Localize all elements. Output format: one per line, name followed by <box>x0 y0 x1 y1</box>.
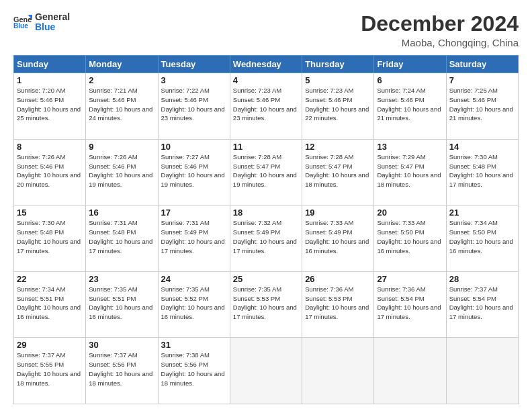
day-info: Sunrise: 7:37 AMSunset: 5:55 PMDaylight:… <box>17 351 83 387</box>
day-number: 28 <box>449 274 515 284</box>
calendar-cell: 28Sunrise: 7:37 AMSunset: 5:54 PMDayligh… <box>446 271 518 338</box>
day-info: Sunrise: 7:24 AMSunset: 5:46 PMDaylight:… <box>377 86 443 123</box>
calendar-cell: 14Sunrise: 7:30 AMSunset: 5:48 PMDayligh… <box>446 139 518 205</box>
day-number: 11 <box>233 142 299 152</box>
weekday-header-row: SundayMondayTuesdayWednesdayThursdayFrid… <box>14 56 519 73</box>
day-number: 3 <box>161 75 227 85</box>
weekday-thursday: Thursday <box>302 56 374 73</box>
day-number: 25 <box>233 274 299 284</box>
month-title: December 2024 <box>361 12 519 36</box>
day-number: 2 <box>89 75 154 85</box>
day-number: 6 <box>377 75 443 85</box>
calendar-cell: 3Sunrise: 7:22 AMSunset: 5:46 PMDaylight… <box>158 73 230 140</box>
day-info: Sunrise: 7:27 AMSunset: 5:46 PMDaylight:… <box>161 152 227 189</box>
calendar-cell: 15Sunrise: 7:30 AMSunset: 5:48 PMDayligh… <box>14 205 86 272</box>
calendar-cell: 24Sunrise: 7:35 AMSunset: 5:52 PMDayligh… <box>158 271 230 338</box>
day-info: Sunrise: 7:37 AMSunset: 5:54 PMDaylight:… <box>449 285 515 322</box>
day-info: Sunrise: 7:33 AMSunset: 5:50 PMDaylight:… <box>377 218 443 255</box>
calendar-cell: 27Sunrise: 7:36 AMSunset: 5:54 PMDayligh… <box>374 271 446 338</box>
calendar-cell: 17Sunrise: 7:31 AMSunset: 5:49 PMDayligh… <box>158 205 230 272</box>
day-info: Sunrise: 7:23 AMSunset: 5:46 PMDaylight:… <box>233 86 299 123</box>
week-row-4: 22Sunrise: 7:34 AMSunset: 5:51 PMDayligh… <box>14 271 519 338</box>
calendar-cell: 25Sunrise: 7:35 AMSunset: 5:53 PMDayligh… <box>230 271 302 338</box>
day-number: 23 <box>89 274 154 284</box>
calendar-cell <box>230 338 302 404</box>
day-info: Sunrise: 7:28 AMSunset: 5:47 PMDaylight:… <box>233 152 299 189</box>
day-number: 30 <box>89 340 154 350</box>
day-info: Sunrise: 7:36 AMSunset: 5:53 PMDaylight:… <box>305 285 371 322</box>
title-block: December 2024 Maoba, Chongqing, China <box>361 12 519 48</box>
calendar-cell: 11Sunrise: 7:28 AMSunset: 5:47 PMDayligh… <box>230 139 302 205</box>
svg-text:Blue: Blue <box>13 23 28 30</box>
day-number: 7 <box>449 75 515 85</box>
day-number: 26 <box>305 274 371 284</box>
day-info: Sunrise: 7:35 AMSunset: 5:52 PMDaylight:… <box>161 285 227 322</box>
day-number: 17 <box>161 208 227 218</box>
day-info: Sunrise: 7:25 AMSunset: 5:46 PMDaylight:… <box>449 86 515 123</box>
day-info: Sunrise: 7:30 AMSunset: 5:48 PMDaylight:… <box>17 218 83 255</box>
day-number: 8 <box>17 142 83 152</box>
day-number: 5 <box>305 75 371 85</box>
day-number: 14 <box>449 142 515 152</box>
day-info: Sunrise: 7:29 AMSunset: 5:47 PMDaylight:… <box>377 152 443 189</box>
weekday-friday: Friday <box>374 56 446 73</box>
day-number: 15 <box>17 208 83 218</box>
page: General Blue General Blue December 2024 … <box>0 0 532 411</box>
logo-blue: Blue <box>35 22 70 32</box>
day-number: 21 <box>449 208 515 218</box>
day-number: 13 <box>377 142 443 152</box>
day-info: Sunrise: 7:31 AMSunset: 5:48 PMDaylight:… <box>89 218 154 255</box>
day-info: Sunrise: 7:20 AMSunset: 5:46 PMDaylight:… <box>17 86 83 123</box>
calendar-cell <box>374 338 446 404</box>
week-row-1: 1Sunrise: 7:20 AMSunset: 5:46 PMDaylight… <box>14 73 519 140</box>
week-row-3: 15Sunrise: 7:30 AMSunset: 5:48 PMDayligh… <box>14 205 519 272</box>
day-info: Sunrise: 7:30 AMSunset: 5:48 PMDaylight:… <box>449 152 515 189</box>
day-number: 22 <box>17 274 83 284</box>
day-info: Sunrise: 7:35 AMSunset: 5:51 PMDaylight:… <box>89 285 154 322</box>
location-subtitle: Maoba, Chongqing, China <box>361 37 519 48</box>
calendar-cell: 9Sunrise: 7:26 AMSunset: 5:46 PMDaylight… <box>86 139 158 205</box>
calendar-cell: 21Sunrise: 7:34 AMSunset: 5:50 PMDayligh… <box>446 205 518 272</box>
calendar-cell: 18Sunrise: 7:32 AMSunset: 5:49 PMDayligh… <box>230 205 302 272</box>
calendar-cell: 12Sunrise: 7:28 AMSunset: 5:47 PMDayligh… <box>302 139 374 205</box>
day-info: Sunrise: 7:28 AMSunset: 5:47 PMDaylight:… <box>305 152 371 189</box>
day-info: Sunrise: 7:36 AMSunset: 5:54 PMDaylight:… <box>377 285 443 322</box>
calendar-cell: 8Sunrise: 7:26 AMSunset: 5:46 PMDaylight… <box>14 139 86 205</box>
calendar-cell: 2Sunrise: 7:21 AMSunset: 5:46 PMDaylight… <box>86 73 158 140</box>
calendar-cell: 20Sunrise: 7:33 AMSunset: 5:50 PMDayligh… <box>374 205 446 272</box>
day-info: Sunrise: 7:34 AMSunset: 5:51 PMDaylight:… <box>17 285 83 322</box>
day-number: 27 <box>377 274 443 284</box>
day-number: 31 <box>161 340 227 350</box>
weekday-sunday: Sunday <box>14 56 86 73</box>
day-info: Sunrise: 7:26 AMSunset: 5:46 PMDaylight:… <box>17 152 83 189</box>
calendar-cell: 19Sunrise: 7:33 AMSunset: 5:49 PMDayligh… <box>302 205 374 272</box>
calendar-table: SundayMondayTuesdayWednesdayThursdayFrid… <box>13 55 519 404</box>
day-info: Sunrise: 7:34 AMSunset: 5:50 PMDaylight:… <box>449 218 515 255</box>
day-info: Sunrise: 7:23 AMSunset: 5:46 PMDaylight:… <box>305 86 371 123</box>
day-number: 4 <box>233 75 299 85</box>
day-number: 24 <box>161 274 227 284</box>
calendar-cell: 30Sunrise: 7:37 AMSunset: 5:56 PMDayligh… <box>86 338 158 404</box>
header: General Blue General Blue December 2024 … <box>13 12 519 48</box>
logo: General Blue General Blue <box>13 12 70 33</box>
week-row-2: 8Sunrise: 7:26 AMSunset: 5:46 PMDaylight… <box>14 139 519 205</box>
day-info: Sunrise: 7:26 AMSunset: 5:46 PMDaylight:… <box>89 152 154 189</box>
logo-general: General <box>35 12 70 22</box>
day-number: 20 <box>377 208 443 218</box>
day-info: Sunrise: 7:38 AMSunset: 5:56 PMDaylight:… <box>161 351 227 387</box>
calendar-cell: 26Sunrise: 7:36 AMSunset: 5:53 PMDayligh… <box>302 271 374 338</box>
calendar-cell: 6Sunrise: 7:24 AMSunset: 5:46 PMDaylight… <box>374 73 446 140</box>
calendar-cell: 22Sunrise: 7:34 AMSunset: 5:51 PMDayligh… <box>14 271 86 338</box>
day-number: 29 <box>17 340 83 350</box>
day-number: 1 <box>17 75 83 85</box>
calendar-cell <box>446 338 518 404</box>
calendar-cell: 23Sunrise: 7:35 AMSunset: 5:51 PMDayligh… <box>86 271 158 338</box>
weekday-wednesday: Wednesday <box>230 56 302 73</box>
calendar-cell: 10Sunrise: 7:27 AMSunset: 5:46 PMDayligh… <box>158 139 230 205</box>
calendar-cell: 4Sunrise: 7:23 AMSunset: 5:46 PMDaylight… <box>230 73 302 140</box>
weekday-monday: Monday <box>86 56 158 73</box>
logo-icon: General Blue <box>13 13 32 32</box>
day-number: 19 <box>305 208 371 218</box>
day-number: 10 <box>161 142 227 152</box>
day-number: 18 <box>233 208 299 218</box>
